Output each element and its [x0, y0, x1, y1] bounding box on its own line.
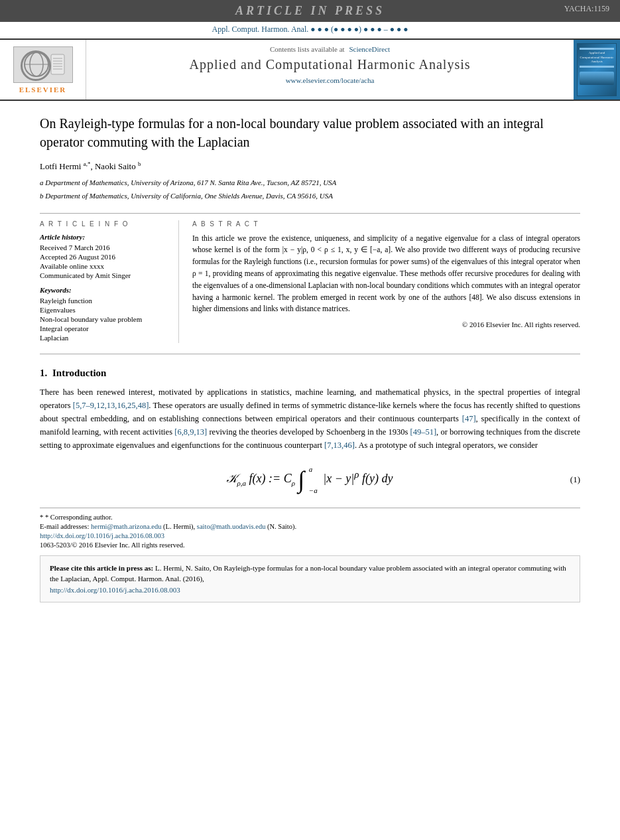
- formula-content: 𝒦ρ,a f(x) := Cρ ∫ a −a |x − y|ρ f(y) dy: [227, 465, 393, 494]
- received-line: Received 7 March 2016: [40, 244, 169, 251]
- abstract-text: In this article we prove the existence, …: [192, 233, 580, 316]
- article-info-label: A R T I C L E I N F O: [40, 220, 169, 228]
- doi-line: http://dx.doi.org/10.1016/j.acha.2016.08…: [40, 532, 580, 539]
- keyword-1: Rayleigh function: [40, 297, 169, 305]
- svg-rect-3: [51, 54, 64, 74]
- corresponding-label: * Corresponding author.: [45, 514, 113, 521]
- integrand: |x − y|ρ f(y) dy: [323, 472, 393, 485]
- intro-num: 1.: [40, 368, 47, 378]
- subtitle-line: Appl. Comput. Harmon. Anal. ● ● ● (● ● ●…: [0, 22, 620, 36]
- journal-cover-inner: Applied and Computational Harmonic Analy…: [577, 43, 617, 96]
- ref-num: YACHA:1159: [564, 4, 609, 14]
- article-info: A R T I C L E I N F O Article history: R…: [40, 220, 179, 343]
- keyword-4: Integral operator: [40, 324, 169, 332]
- journal-header: ELSEVIER Contents lists available at Sci…: [0, 38, 620, 101]
- formula-lhs: 𝒦ρ,a f(x) := Cρ: [227, 472, 294, 485]
- sciencedirect-link[interactable]: ScienceDirect: [349, 45, 390, 53]
- affil-b-text: b Department of Mathematics, University …: [40, 190, 333, 202]
- page: ARTICLE IN PRESS YACHA:1159 Appl. Comput…: [0, 0, 620, 840]
- email-footnote: E-mail addresses: hermi@math.arizona.edu…: [40, 523, 580, 530]
- upper-limit: a: [309, 465, 318, 473]
- history-label: Article history:: [40, 233, 169, 241]
- intro-text: There has been renewed interest, motivat…: [40, 387, 580, 450]
- authors-text: Lotfi Hermi a,*, Naoki Saito b: [40, 161, 141, 171]
- footnote-section: * * Corresponding author. E-mail address…: [40, 508, 580, 549]
- available-line: Available online xxxx: [40, 262, 169, 270]
- authors: Lotfi Hermi a,*, Naoki Saito b: [40, 161, 580, 172]
- email-saito[interactable]: saito@math.uodavis.edu: [197, 523, 266, 530]
- corresponding-author-note: * * Corresponding author.: [40, 514, 580, 521]
- keyword-3: Non-local boundary value problem: [40, 315, 169, 323]
- keyword-5: Laplacian: [40, 334, 169, 342]
- info-abstract-section: A R T I C L E I N F O Article history: R…: [40, 220, 580, 343]
- journal-name: Applied and Computational Harmonic Analy…: [97, 57, 563, 72]
- banner-text: ARTICLE IN PRESS: [235, 4, 385, 17]
- integral-sign: ∫: [298, 466, 304, 493]
- divider-2: [40, 354, 580, 354]
- formula-number: (1): [570, 474, 580, 485]
- subtitle-text: Appl. Comput. Harmon. Anal. ● ● ● (● ● ●…: [212, 25, 408, 34]
- issn-line: 1063-5203/© 2016 Elsevier Inc. All right…: [40, 541, 580, 549]
- intro-paragraph: There has been renewed interest, motivat…: [40, 385, 580, 452]
- doi-link[interactable]: http://dx.doi.org/10.1016/j.acha.2016.08…: [40, 532, 164, 539]
- cover-title: Applied and Computational Harmonic Analy…: [580, 51, 614, 64]
- affiliations: a Department of Mathematics, University …: [40, 177, 580, 202]
- divider-1: [40, 213, 580, 214]
- lower-limit: −a: [309, 486, 318, 494]
- formula-1: 𝒦ρ,a f(x) := Cρ ∫ a −a |x − y|ρ f(y) dy …: [40, 465, 580, 494]
- cite-label: Please cite this article in press as:: [50, 564, 153, 572]
- copyright: © 2016 Elsevier Inc. All rights reserved…: [192, 320, 580, 328]
- affil-a-text: a Department of Mathematics, University …: [40, 177, 336, 189]
- keywords-label: Keywords:: [40, 286, 169, 294]
- contents-line: Contents lists available at ScienceDirec…: [97, 45, 563, 53]
- intro-heading: 1. Introduction: [40, 368, 580, 379]
- svg-point-1: [30, 52, 43, 76]
- svg-point-0: [25, 52, 48, 76]
- cite-doi-link[interactable]: http://dx.doi.org/10.1016/j.acha.2016.08…: [50, 586, 180, 594]
- integral-limits-wrap: a −a: [309, 465, 318, 494]
- elsevier-logo: ELSEVIER: [0, 40, 86, 100]
- citation-box: Please cite this article in press as: L.…: [40, 555, 580, 603]
- communicated-line: Communicated by Amit Singer: [40, 271, 169, 279]
- affiliation-b: b Department of Mathematics, University …: [40, 190, 580, 202]
- accepted-line: Accepted 26 August 2016: [40, 253, 169, 261]
- keyword-2: Eigenvalues: [40, 306, 169, 314]
- email-hermi[interactable]: hermi@math.arizona.edu: [91, 523, 161, 530]
- journal-url[interactable]: www.elsevier.com/locate/acha: [97, 76, 563, 84]
- intro-label: Introduction: [52, 368, 106, 378]
- elsevier-label: ELSEVIER: [19, 86, 67, 94]
- affiliation-a: a Department of Mathematics, University …: [40, 177, 580, 189]
- article-title: On Rayleigh-type formulas for a non-loca…: [40, 114, 580, 151]
- footnote-star: *: [40, 514, 45, 521]
- journal-title-block: Contents lists available at ScienceDirec…: [86, 40, 574, 100]
- abstract-column: A B S T R A C T In this article we prove…: [192, 220, 580, 343]
- journal-cover: Applied and Computational Harmonic Analy…: [574, 40, 620, 100]
- email-line-text: E-mail addresses: hermi@math.arizona.edu…: [40, 523, 296, 530]
- main-content: On Rayleigh-type formulas for a non-loca…: [0, 101, 620, 616]
- elsevier-logo-image: [13, 46, 73, 83]
- article-in-press-banner: ARTICLE IN PRESS YACHA:1159: [0, 0, 620, 22]
- abstract-label: A B S T R A C T: [192, 220, 580, 228]
